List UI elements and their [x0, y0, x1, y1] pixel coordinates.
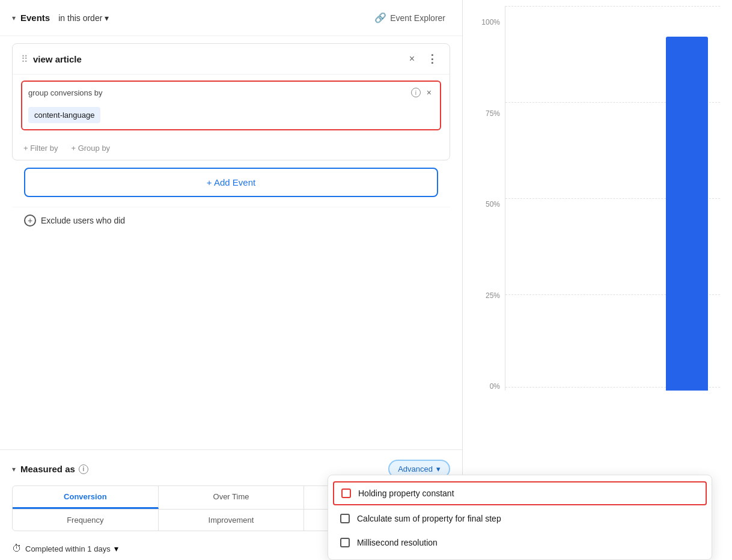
event-name: view article [33, 54, 401, 64]
checkbox-holding-property[interactable] [341, 488, 351, 498]
chart-bar-blue [666, 37, 708, 391]
exclude-row[interactable]: + Exclude users who did [12, 207, 450, 234]
measured-title: Measured as i [20, 464, 383, 474]
in-this-order-label: in this order [58, 13, 102, 23]
filter-group-row: + Filter by + Group by [13, 136, 450, 160]
y-label-25: 25% [475, 291, 505, 300]
drag-handle-icon[interactable]: ⠿ [21, 53, 28, 65]
completed-label: Completed within 1 days [25, 544, 111, 553]
group-conversions-box: group conversions by i × content-languag… [21, 81, 441, 130]
group-conversions-label: group conversions by [28, 88, 407, 97]
filter-by-button[interactable]: + Filter by [21, 142, 60, 154]
calculate-sum-label: Calculate sum of property for final step [357, 514, 501, 523]
exclude-icon: + [24, 215, 36, 227]
checkbox-calculate-sum[interactable] [340, 514, 350, 523]
holding-property-label: Holding property constant [358, 488, 454, 498]
clock-icon: ⏱ [12, 543, 22, 554]
popup-item-holding-property[interactable]: Holding property constant [333, 481, 707, 505]
y-label-100: 100% [475, 18, 505, 26]
tab-over-time[interactable]: Over Time [159, 486, 305, 509]
order-chevron-icon: ▾ [105, 13, 109, 23]
millisecond-label: Millisecond resolution [357, 538, 438, 547]
group-by-button[interactable]: + Group by [69, 142, 112, 154]
group-value-pill[interactable]: content-language [28, 107, 100, 123]
event-card: ⠿ view article × ⋮ group conversions by … [12, 43, 450, 160]
popup-item-calculate-sum[interactable]: Calculate sum of property for final step [328, 507, 712, 531]
tab-improvement[interactable]: Improvement [159, 510, 305, 531]
tab-conversion[interactable]: Conversion [13, 486, 159, 509]
chart-body [505, 6, 720, 391]
explorer-label: Event Explorer [390, 13, 445, 23]
event-explorer-button[interactable]: 🔗 Event Explorer [370, 10, 450, 26]
events-content: ⠿ view article × ⋮ group conversions by … [0, 36, 462, 449]
event-card-header: ⠿ view article × ⋮ [13, 44, 450, 75]
add-event-button[interactable]: + Add Event [24, 168, 438, 197]
events-header: ▾ Events in this order ▾ 🔗 Event Explore… [0, 0, 462, 36]
tab-frequency[interactable]: Frequency [13, 510, 159, 531]
completed-chevron-icon: ▾ [114, 544, 118, 553]
y-label-50: 50% [475, 200, 505, 208]
checkbox-millisecond[interactable] [340, 538, 350, 547]
left-panel: ▾ Events in this order ▾ 🔗 Event Explore… [0, 0, 463, 560]
y-label-0: 0% [475, 382, 505, 391]
advanced-chevron-icon: ▾ [436, 464, 441, 473]
y-axis: 100% 75% 50% 25% 0% [475, 6, 505, 415]
group-conversions-close-button[interactable]: × [424, 87, 434, 99]
group-conversions-header: group conversions by i × [22, 82, 440, 103]
measured-chevron-icon[interactable]: ▾ [12, 465, 16, 473]
measured-info-icon[interactable]: i [79, 464, 88, 474]
explorer-icon: 🔗 [374, 12, 386, 23]
events-title: Events [20, 13, 50, 23]
group-value-row: content-language [22, 103, 440, 129]
in-this-order-button[interactable]: in this order ▾ [55, 12, 112, 24]
popup-item-millisecond[interactable]: Millisecond resolution [328, 531, 712, 555]
exclude-label: Exclude users who did [41, 216, 125, 225]
events-chevron-icon[interactable]: ▾ [12, 14, 16, 22]
advanced-label: Advanced [398, 464, 433, 473]
advanced-dropdown-popup: Holding property constant Calculate sum … [328, 475, 712, 560]
event-close-button[interactable]: × [406, 52, 418, 65]
y-label-75: 75% [475, 109, 505, 118]
group-conversions-info-icon[interactable]: i [411, 88, 421, 97]
grid-line-100 [505, 6, 720, 7]
chart-area: 100% 75% 50% 25% 0% [475, 6, 720, 415]
event-more-button[interactable]: ⋮ [423, 51, 441, 67]
